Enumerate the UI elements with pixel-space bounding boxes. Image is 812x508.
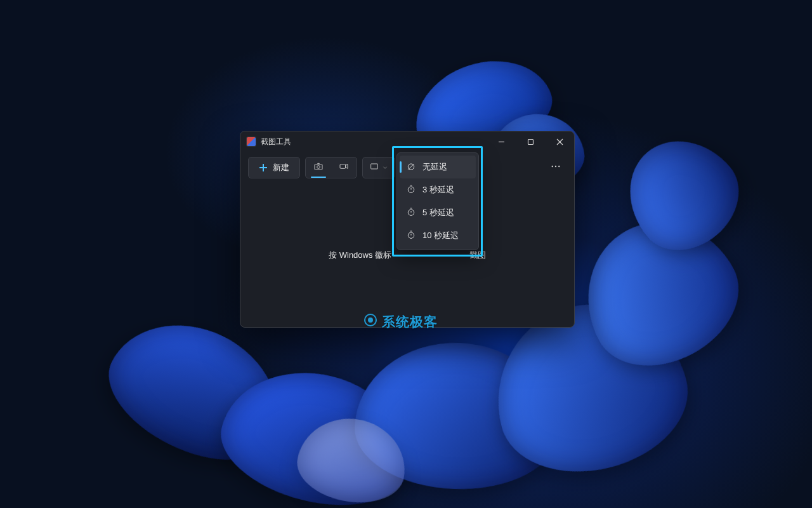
svg-rect-7	[371, 164, 378, 169]
capture-mode-group	[305, 157, 357, 178]
delay-option-label: 5 秒延迟	[422, 207, 454, 218]
camera-icon	[313, 161, 324, 174]
svg-point-13	[408, 187, 414, 192]
delay-option-5s[interactable]: 5 秒延迟	[400, 201, 476, 224]
watermark-logo-icon	[363, 312, 378, 331]
watermark-text: 系统极客	[382, 313, 438, 331]
new-snip-label: 新建	[273, 162, 289, 173]
window-title: 截图工具	[261, 137, 291, 147]
chevron-down-icon	[382, 162, 388, 173]
svg-point-9	[555, 166, 556, 167]
delay-option-10s[interactable]: 10 秒延迟	[400, 224, 476, 247]
delay-option-label: 无延迟	[422, 161, 447, 173]
titlebar[interactable]: 截图工具	[240, 131, 574, 152]
more-options-button[interactable]	[545, 157, 566, 178]
window-controls	[487, 131, 574, 152]
delay-option-label: 3 秒延迟	[422, 184, 454, 196]
svg-rect-1	[528, 139, 533, 144]
app-icon	[247, 137, 256, 146]
new-snip-button[interactable]: 新建	[248, 157, 300, 178]
screenshot-mode-button[interactable]	[306, 157, 331, 178]
keyboard-hint: 按 Windows 徽标 戳图	[329, 250, 486, 261]
video-mode-button[interactable]	[331, 157, 357, 178]
timer-icon	[406, 230, 416, 242]
svg-point-10	[558, 166, 560, 167]
delay-option-none[interactable]: 无延迟	[400, 156, 476, 178]
svg-point-8	[552, 166, 553, 167]
svg-point-19	[408, 232, 414, 238]
svg-rect-6	[340, 164, 346, 169]
timer-icon	[406, 207, 416, 219]
minimize-button[interactable]	[487, 131, 516, 152]
delay-option-3s[interactable]: 3 秒延迟	[400, 178, 476, 201]
svg-point-5	[317, 166, 320, 169]
snip-shape-dropdown[interactable]	[362, 157, 395, 178]
svg-point-23	[368, 318, 373, 323]
plus-icon	[259, 163, 268, 172]
watermark: 系统极客	[363, 312, 438, 331]
svg-rect-4	[315, 164, 322, 170]
timer-icon	[406, 184, 416, 196]
maximize-button[interactable]	[516, 131, 545, 152]
close-button[interactable]	[545, 131, 574, 152]
rectangle-icon	[369, 161, 379, 174]
svg-point-16	[408, 210, 414, 215]
delay-dropdown-menu: 无延迟 3 秒延迟 5 秒延迟 10 秒延迟	[396, 152, 479, 250]
video-icon	[339, 161, 349, 174]
more-icon	[550, 161, 561, 175]
no-delay-icon	[406, 161, 416, 173]
delay-option-label: 10 秒延迟	[422, 230, 459, 241]
